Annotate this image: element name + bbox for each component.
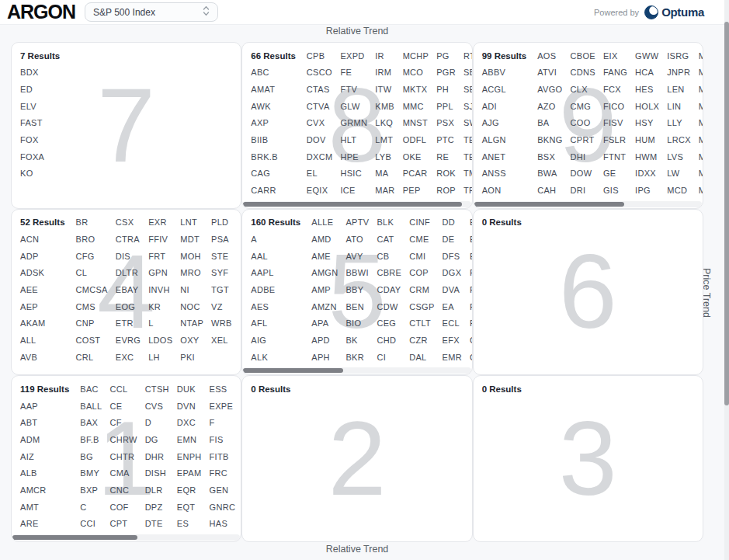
ticker-META[interactable]: META <box>699 68 703 77</box>
ticker-GLW[interactable]: GLW <box>340 102 359 111</box>
ticker-EPAM[interactable]: EPAM <box>177 468 202 478</box>
ticker-MCD[interactable]: MCD <box>667 186 687 195</box>
ticker-ROP[interactable]: ROP <box>436 186 456 195</box>
ticker-AEP[interactable]: AEP <box>20 302 38 311</box>
ticker-MCO[interactable]: MCO <box>403 68 424 77</box>
ticker-DOW[interactable]: DOW <box>571 169 592 178</box>
ticker-ES[interactable]: ES <box>177 519 189 528</box>
ticker-AAP[interactable]: AAP <box>20 402 38 411</box>
ticker-ISRG[interactable]: ISRG <box>667 51 689 61</box>
ticker-FFIV[interactable]: FFIV <box>148 235 168 244</box>
ticker-APH[interactable]: APH <box>311 353 330 362</box>
ticker-CMI[interactable]: CMI <box>409 252 425 261</box>
ticker-MMC[interactable]: MMC <box>403 102 424 111</box>
ticker-DTE[interactable]: DTE <box>145 519 163 528</box>
ticker-FOXA[interactable]: FOXA <box>20 152 44 162</box>
ticker-BEN[interactable]: BEN <box>345 302 364 311</box>
ticker-BMY[interactable]: BMY <box>80 468 99 478</box>
ticker-CTRA[interactable]: CTRA <box>116 235 140 244</box>
page-vertical-scrollbar[interactable] <box>724 0 729 560</box>
ticker-CDNS[interactable]: CDNS <box>571 68 595 77</box>
ticker-CLX[interactable]: CLX <box>571 85 588 94</box>
ticker-ALLE[interactable]: ALLE <box>311 217 333 227</box>
ticker-NTAP[interactable]: NTAP <box>180 318 203 328</box>
ticker-DE[interactable]: DE <box>443 235 455 244</box>
ticker-OXY[interactable]: OXY <box>180 336 199 345</box>
ticker-AES[interactable]: AES <box>251 302 269 311</box>
ticker-ADP[interactable]: ADP <box>20 252 39 261</box>
ticker-DLR[interactable]: DLR <box>145 485 163 495</box>
ticker-CZR[interactable]: CZR <box>409 336 428 345</box>
ticker-PEP[interactable]: PEP <box>403 186 421 195</box>
ticker-GIS[interactable]: GIS <box>603 186 619 195</box>
ticker-BDX[interactable]: BDX <box>20 68 39 77</box>
ticker-OKE[interactable]: OKE <box>403 152 422 162</box>
ticker-STE[interactable]: STE <box>211 252 228 261</box>
ticker-BR[interactable]: BR <box>76 217 89 227</box>
ticker-AMP[interactable]: AMP <box>311 285 331 294</box>
ticker-DHI[interactable]: DHI <box>571 152 586 162</box>
ticker-CARR[interactable]: CARR <box>251 186 276 195</box>
ticker-CVS[interactable]: CVS <box>145 402 164 411</box>
ticker-BXP[interactable]: BXP <box>80 485 98 495</box>
ticker-JNPR[interactable]: JNPR <box>667 68 690 77</box>
ticker-LH[interactable]: LH <box>148 353 160 362</box>
ticker-CCL[interactable]: CCL <box>109 384 127 394</box>
ticker-COF[interactable]: COF <box>109 503 128 512</box>
ticker-ADM[interactable]: ADM <box>20 435 40 444</box>
ticker-FITB[interactable]: FITB <box>210 452 229 461</box>
ticker-SEDG[interactable]: SEDG <box>463 85 473 94</box>
ticker-PCAR[interactable]: PCAR <box>403 169 428 178</box>
ticker-SJM[interactable]: SJM <box>463 102 473 111</box>
ticker-DXCM[interactable]: DXCM <box>307 152 333 162</box>
ticker-BF.B[interactable]: BF.B <box>80 435 99 444</box>
ticker-PSX[interactable]: PSX <box>436 118 454 127</box>
ticker-MOH[interactable]: MOH <box>180 252 201 261</box>
ticker-CMCSA[interactable]: CMCSA <box>76 285 108 294</box>
ticker-MSCI[interactable]: MSCI <box>699 152 703 162</box>
ticker-DLTR[interactable]: DLTR <box>116 268 138 277</box>
ticker-RE[interactable]: RE <box>436 152 449 162</box>
ticker-CAH[interactable]: CAH <box>537 186 556 195</box>
ticker-ALB[interactable]: ALB <box>20 468 37 478</box>
ticker-LMT[interactable]: LMT <box>375 135 393 144</box>
ticker-BK[interactable]: BK <box>345 336 357 345</box>
ticker-BBY[interactable]: BBY <box>345 285 363 294</box>
panel-horizontal-scrollbar[interactable] <box>12 534 240 541</box>
ticker-ESS[interactable]: ESS <box>210 384 227 394</box>
ticker-DXC[interactable]: DXC <box>177 418 196 427</box>
ticker-PH[interactable]: PH <box>436 85 449 94</box>
panel-horizontal-scrollbar-thumb[interactable] <box>243 202 462 207</box>
ticker-AAPL[interactable]: AAPL <box>251 268 273 277</box>
ticker-GNRC[interactable]: GNRC <box>210 503 236 512</box>
ticker-AEE[interactable]: AEE <box>20 285 38 294</box>
ticker-BSX[interactable]: BSX <box>537 152 555 162</box>
panel-horizontal-scrollbar-thumb[interactable] <box>474 202 625 207</box>
ticker-ADSK[interactable]: ADSK <box>20 268 44 277</box>
ticker-CMS[interactable]: CMS <box>76 302 95 311</box>
ticker-AJG[interactable]: AJG <box>482 118 499 127</box>
ticker-COO[interactable]: COO <box>571 118 591 127</box>
ticker-PGR[interactable]: PGR <box>436 68 456 77</box>
ticker-ROK[interactable]: ROK <box>436 169 456 178</box>
ticker-PKI[interactable]: PKI <box>180 353 195 362</box>
ticker-KO[interactable]: KO <box>20 169 33 178</box>
ticker-CSCO[interactable]: CSCO <box>307 68 332 77</box>
ticker-CNP[interactable]: CNP <box>76 318 95 328</box>
ticker-PLD[interactable]: PLD <box>211 217 228 227</box>
ticker-EXR[interactable]: EXR <box>148 217 167 227</box>
ticker-CPRT[interactable]: CPRT <box>571 135 595 144</box>
ticker-MAR[interactable]: MAR <box>375 186 394 195</box>
ticker-LDOS[interactable]: LDOS <box>148 336 172 345</box>
ticker-AMCR[interactable]: AMCR <box>20 485 47 495</box>
ticker-AKAM[interactable]: AKAM <box>20 318 45 328</box>
ticker-CF[interactable]: CF <box>109 418 121 427</box>
ticker-APD[interactable]: APD <box>311 336 330 345</box>
ticker-CME[interactable]: CME <box>409 235 429 244</box>
ticker-SYF[interactable]: SYF <box>211 268 228 277</box>
ticker-BIIB[interactable]: BIIB <box>251 135 268 144</box>
ticker-AIG[interactable]: AIG <box>251 336 266 345</box>
ticker-DIS[interactable]: DIS <box>116 252 130 261</box>
ticker-AFL[interactable]: AFL <box>251 318 267 328</box>
ticker-CBRE[interactable]: CBRE <box>377 268 401 277</box>
